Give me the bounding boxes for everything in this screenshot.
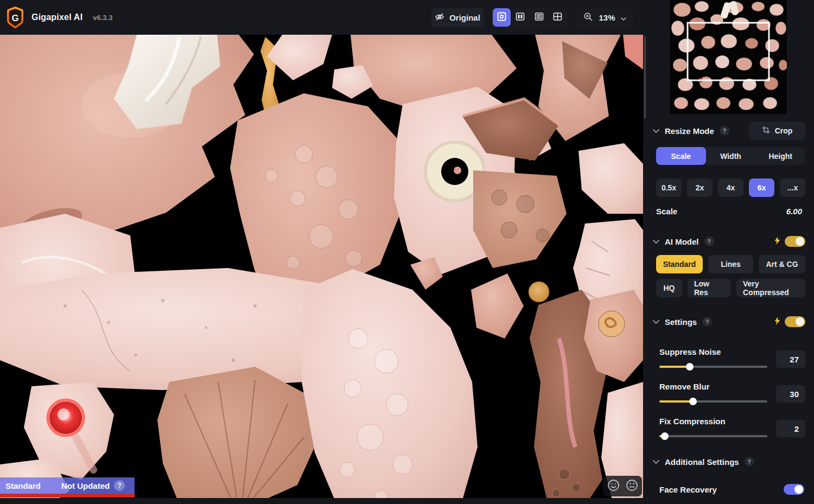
topbar: G Gigapixel AI v6.3.3 Original [0, 0, 643, 35]
scale-multiplier-row: 0.5x 2x 4x 6x ...x [656, 178, 805, 197]
upscaled-image-preview [0, 35, 643, 504]
image-canvas[interactable]: Standard Not Updated ? [0, 35, 643, 504]
happy-face-feedback-button[interactable] [606, 478, 621, 495]
additional-settings-header[interactable]: Additional Settings ? [656, 456, 805, 468]
ai-model-header[interactable]: AI Model ? [656, 235, 805, 247]
single-view-icon [497, 12, 506, 23]
sidebar-scrollbar[interactable] [644, 36, 646, 118]
chevron-down-icon [653, 460, 659, 464]
slider-fill [659, 400, 693, 403]
resize-mode-title: Resize Mode [665, 126, 714, 136]
minimap-image [670, 0, 787, 114]
face-recovery-row: Face Recovery [656, 484, 805, 495]
resize-tabs: Scale Width Height [656, 147, 805, 165]
crop-button[interactable]: Crop [749, 122, 805, 140]
status-progress-bar [0, 494, 135, 497]
slider-handle[interactable] [661, 432, 669, 440]
remove-blur-label: Remove Blur [659, 382, 767, 391]
side-by-side-view-icon [535, 12, 544, 23]
tab-height[interactable]: Height [755, 147, 805, 165]
svg-text:G: G [11, 13, 18, 23]
multiplier-05x-button[interactable]: 0.5x [656, 178, 682, 197]
model-standard-button[interactable]: Standard [656, 255, 703, 273]
remove-blur-value[interactable]: 30 [776, 385, 805, 403]
tab-width[interactable]: Width [706, 147, 756, 165]
suppress-noise-group: Suppress Noise 27 [656, 347, 805, 368]
multiplier-6x-button[interactable]: 6x [749, 178, 774, 197]
neutral-face-feedback-button[interactable] [625, 478, 639, 495]
additional-settings-help-icon[interactable]: ? [745, 457, 754, 467]
sidebar-content: Resize Mode ? Crop Scale [643, 115, 814, 495]
ai-model-auto-toggle[interactable] [785, 236, 805, 247]
zoom-control[interactable]: 13% [576, 8, 633, 27]
multiplier-4x-button[interactable]: 4x [718, 178, 743, 197]
resize-mode-help-icon[interactable]: ? [720, 126, 729, 136]
ai-model-row1: Standard Lines Art & CG [656, 255, 805, 273]
scale-value-row: Scale 6.00 [656, 207, 805, 216]
additional-settings-title: Additional Settings [665, 457, 739, 467]
scale-label: Scale [656, 207, 677, 216]
original-button-label: Original [449, 13, 480, 22]
single-view-button[interactable] [493, 8, 511, 27]
remove-blur-group: Remove Blur 30 [656, 382, 805, 403]
model-low-res-button[interactable]: Low Res [688, 279, 731, 297]
settings-title: Settings [665, 317, 697, 327]
crop-button-label: Crop [775, 126, 793, 135]
status-model-name: Standard [5, 481, 41, 490]
app-version: v6.3.3 [93, 14, 112, 22]
zoom-in-magnifier-icon [583, 12, 593, 23]
status-help-icon[interactable]: ? [114, 480, 125, 491]
original-preview-button[interactable]: Original [431, 8, 484, 27]
brand: G Gigapixel AI v6.3.3 [5, 6, 112, 29]
multiplier-2x-button[interactable]: 2x [687, 178, 713, 197]
chevron-down-icon [621, 13, 626, 22]
view-mode-group [491, 7, 568, 28]
fix-compression-label: Fix Compression [659, 417, 767, 425]
chevron-down-icon [653, 240, 659, 244]
canvas-bottom-strip [0, 498, 643, 504]
slider-fill [659, 366, 690, 368]
fix-compression-slider[interactable] [659, 435, 767, 437]
scale-value[interactable]: 6.00 [786, 207, 802, 216]
face-recovery-toggle[interactable] [784, 484, 804, 495]
split-view-button[interactable] [511, 8, 529, 27]
feedback-panel [603, 476, 642, 496]
split-view-icon [516, 12, 525, 23]
resize-mode-header[interactable]: Resize Mode ? Crop [656, 122, 805, 140]
gigapixel-logo-icon: G [5, 6, 25, 29]
suppress-noise-slider[interactable] [659, 366, 767, 368]
model-art-cg-button[interactable]: Art & CG [759, 255, 805, 273]
model-lines-button[interactable]: Lines [708, 255, 753, 273]
app-title: Gigapixel AI [31, 12, 82, 22]
fix-compression-group: Fix Compression 2 [656, 417, 805, 437]
gigapixel-app-window: G Gigapixel AI v6.3.3 Original [0, 0, 814, 504]
side-by-side-view-button[interactable] [530, 8, 548, 27]
eye-off-icon [435, 12, 444, 23]
suppress-noise-value[interactable]: 27 [776, 350, 805, 368]
settings-help-icon[interactable]: ? [702, 317, 712, 327]
slider-handle[interactable] [686, 363, 694, 371]
multiplier-custom-button[interactable]: ...x [780, 178, 805, 197]
settings-auto-toggle[interactable] [785, 316, 805, 327]
toggle-knob [796, 317, 804, 326]
quad-view-icon [553, 12, 562, 23]
navigation-minimap[interactable] [643, 0, 814, 115]
toggle-knob [794, 485, 803, 494]
ai-model-row2: HQ Low Res Very Compressed [656, 279, 805, 297]
fix-compression-value[interactable]: 2 [776, 420, 805, 437]
quad-view-button[interactable] [549, 8, 567, 27]
ai-model-help-icon[interactable]: ? [704, 237, 714, 246]
settings-header[interactable]: Settings ? [656, 316, 805, 328]
chevron-down-icon [653, 320, 659, 324]
toggle-knob [796, 237, 804, 246]
remove-blur-slider[interactable] [659, 400, 767, 403]
model-hq-button[interactable]: HQ [656, 279, 682, 297]
tab-scale[interactable]: Scale [656, 147, 706, 165]
face-recovery-label: Face Recovery [659, 485, 717, 494]
lightning-bolt-icon [774, 237, 780, 247]
crop-icon [762, 126, 770, 136]
model-very-compressed-button[interactable]: Very Compressed [736, 279, 805, 297]
slider-handle[interactable] [689, 398, 697, 405]
status-update-state: Not Updated ? [61, 480, 125, 491]
chevron-down-icon [653, 129, 659, 133]
